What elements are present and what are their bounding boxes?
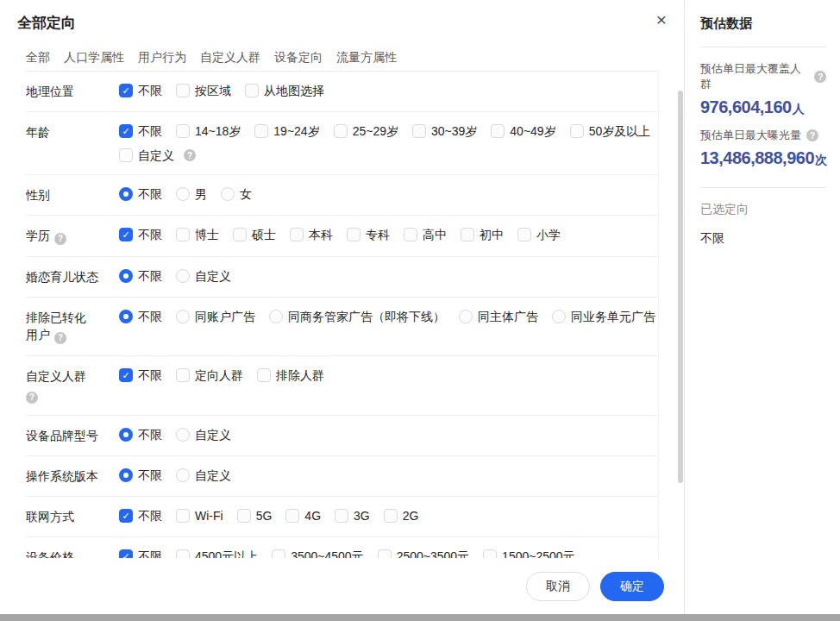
checkbox-option[interactable]: ✓不限 [119, 367, 162, 383]
option-label: 3G [354, 508, 370, 524]
checkbox-option[interactable]: 专科 [347, 227, 390, 242]
row-label: 性别 [26, 186, 119, 204]
checkbox-option[interactable]: Wi-Fi [176, 508, 223, 524]
checkbox-option[interactable]: ✓不限 [119, 123, 162, 139]
checkbox-option[interactable]: 50岁及以上 [570, 123, 651, 139]
radio-option[interactable]: 自定义 [176, 467, 231, 483]
radio-option[interactable]: 不限 [119, 268, 162, 284]
checkbox-option[interactable]: 3G [335, 508, 370, 524]
radio-option[interactable]: 不限 [119, 467, 162, 483]
checkbox-option[interactable]: 19~24岁 [254, 123, 319, 139]
checkbox-option[interactable]: 博士 [176, 227, 219, 242]
checkbox-option[interactable]: 高中 [404, 227, 447, 242]
checkbox-option[interactable]: 按区域 [176, 83, 231, 98]
scrollbar-thumb[interactable] [678, 91, 683, 483]
checkbox-option[interactable]: 4G [285, 508, 321, 524]
radio-option[interactable]: 不限 [119, 186, 162, 202]
tab-4[interactable]: 设备定向 [274, 50, 323, 66]
radio-option[interactable]: 同业务单元广告 [552, 309, 655, 324]
checkbox-option[interactable]: 25~29岁 [334, 123, 398, 139]
screen: 全部定向 × 全部人口学属性用户行为自定义人群设备定向流量方属性 地理位置✓不限… [0, 0, 840, 621]
tab-0[interactable]: 全部 [26, 50, 50, 66]
tab-5[interactable]: 流量方属性 [336, 50, 397, 66]
radio-option[interactable]: 女 [221, 186, 252, 202]
help-icon[interactable]: ? [806, 129, 818, 141]
checkbox-unchecked-icon [378, 549, 392, 558]
targeting-row: 地理位置✓不限按区域从地图选择 [26, 72, 658, 112]
selected-targeting-label: 已选定向 [700, 202, 826, 217]
help-icon[interactable]: ? [26, 392, 38, 404]
checkbox-option[interactable]: 5G [237, 508, 273, 524]
help-icon[interactable]: ? [814, 71, 826, 83]
radio-unchecked-icon [221, 187, 235, 201]
option-label: 40~49岁 [510, 123, 555, 139]
checkbox-unchecked-icon [176, 549, 190, 558]
radio-unchecked-icon [176, 310, 190, 323]
targeting-row: 学历?✓不限博士硕士本科专科高中初中小学 [26, 216, 658, 257]
radio-option[interactable]: 自定义 [176, 427, 231, 442]
dialog-header: 全部定向 × [0, 0, 684, 45]
option-label: 高中 [423, 227, 447, 242]
checkbox-option[interactable]: ✓不限 [119, 508, 162, 524]
close-icon[interactable]: × [656, 10, 667, 28]
radio-option[interactable]: 同账户广告 [176, 309, 255, 324]
checkbox-option[interactable]: 初中 [461, 227, 504, 242]
targeting-form: 地理位置✓不限按区域从地图选择年龄✓不限14~18岁19~24岁25~29岁30… [26, 72, 659, 558]
row-label-text: 设备价格 [26, 550, 74, 558]
metric-value: 13,486,888,960次 [700, 148, 826, 168]
checkbox-option[interactable]: ✓不限 [119, 549, 162, 558]
radio-option[interactable]: 不限 [119, 427, 162, 442]
help-icon[interactable]: ? [54, 233, 66, 245]
option-label: 排除人群 [276, 367, 324, 383]
metric-label: 预估单日最大曝光量 ? [700, 128, 826, 143]
checkbox-option[interactable]: 4500元以上 [176, 549, 258, 558]
row-label-text: 地理位置 [26, 85, 74, 98]
option-label: 不限 [138, 83, 162, 98]
checkbox-option[interactable]: 3500~4500元 [272, 549, 363, 558]
checkbox-option[interactable]: 本科 [290, 227, 333, 242]
checkbox-option[interactable]: 从地图选择 [245, 83, 324, 98]
option-group: 不限男女 [119, 186, 658, 202]
radio-option[interactable]: 同商务管家广告（即将下线） [269, 309, 445, 324]
radio-unchecked-icon [176, 187, 190, 201]
option-label: 5G [256, 508, 273, 524]
metric-label-text: 预估单日最大曝光量 [700, 128, 801, 143]
option-label: 按区域 [195, 83, 231, 98]
tab-2[interactable]: 用户行为 [138, 50, 186, 66]
checkbox-option[interactable]: ✓不限 [119, 83, 162, 98]
option-label: 25~29岁 [353, 123, 398, 139]
checkbox-unchecked-icon [491, 124, 505, 138]
checkbox-option[interactable]: 自定义? [119, 147, 196, 163]
checkbox-unchecked-icon [483, 549, 497, 558]
option-label: 同商务管家广告（即将下线） [288, 309, 445, 324]
checkbox-option[interactable]: 1500~2500元 [483, 549, 574, 558]
option-label: 不限 [138, 467, 162, 483]
option-label: 自定义 [195, 467, 231, 483]
radio-option[interactable]: 不限 [119, 309, 162, 324]
confirm-button[interactable]: 确定 [600, 572, 664, 601]
tab-1[interactable]: 人口学属性 [64, 50, 124, 66]
option-label: 不限 [138, 549, 162, 558]
checkbox-option[interactable]: 30~39岁 [412, 123, 477, 139]
checkbox-option[interactable]: 硕士 [233, 227, 276, 242]
checkbox-option[interactable]: 14~18岁 [176, 123, 241, 139]
radio-option[interactable]: 自定义 [176, 268, 231, 284]
checkbox-option[interactable]: 排除人群 [257, 367, 324, 383]
option-group: 不限自定义 [119, 268, 658, 284]
radio-option[interactable]: 同主体广告 [459, 309, 538, 324]
row-label-text: 性别 [26, 188, 50, 202]
checkbox-option[interactable]: 40~49岁 [491, 123, 555, 139]
checkbox-option[interactable]: 2G [384, 508, 419, 524]
targeting-row: 婚恋育儿状态不限自定义 [26, 257, 658, 298]
help-icon[interactable]: ? [54, 332, 66, 344]
checkbox-option[interactable]: ✓不限 [119, 227, 162, 242]
checkbox-unchecked-icon [334, 124, 348, 138]
cancel-button[interactable]: 取消 [526, 572, 590, 601]
tab-3[interactable]: 自定义人群 [200, 50, 260, 66]
checkbox-option[interactable]: 小学 [517, 227, 561, 242]
checkbox-option[interactable]: 定向人群 [176, 367, 243, 383]
help-icon[interactable]: ? [184, 149, 196, 161]
checkbox-option[interactable]: 2500~3500元 [378, 549, 469, 558]
metric-label-text: 预估单日最大覆盖人群 [700, 61, 809, 92]
radio-option[interactable]: 男 [176, 186, 207, 202]
